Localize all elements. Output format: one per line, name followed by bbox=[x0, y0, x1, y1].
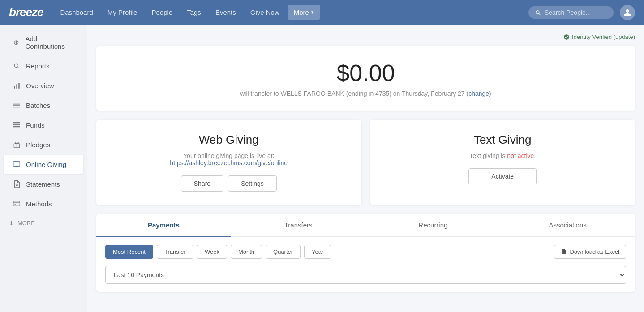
text-giving-title: Text Giving bbox=[379, 133, 627, 147]
svg-rect-5 bbox=[13, 103, 20, 103]
chart-icon bbox=[13, 81, 21, 90]
svg-rect-10 bbox=[13, 126, 20, 127]
layout: ⊕ Add Contributions Reports Overview bbox=[0, 25, 644, 312]
web-giving-buttons: Share Settings bbox=[105, 175, 352, 192]
settings-button[interactable]: Settings bbox=[228, 175, 277, 192]
web-giving-card: Web Giving Your online giving page is li… bbox=[96, 120, 361, 205]
activate-button[interactable]: Activate bbox=[468, 168, 537, 184]
sidebar: ⊕ Add Contributions Reports Overview bbox=[0, 25, 87, 312]
search-box[interactable] bbox=[528, 6, 614, 19]
filter-year[interactable]: Year bbox=[304, 245, 331, 259]
search-icon bbox=[13, 62, 21, 70]
logo: breeze bbox=[9, 5, 43, 19]
nav-give-now[interactable]: Give Now bbox=[244, 5, 286, 20]
nav-my-profile[interactable]: My Profile bbox=[101, 5, 144, 20]
funds-icon bbox=[13, 121, 21, 129]
sidebar-item-batches[interactable]: Batches bbox=[4, 96, 83, 115]
svg-rect-8 bbox=[13, 122, 20, 123]
check-circle-icon bbox=[563, 34, 570, 40]
web-giving-title: Web Giving bbox=[105, 133, 352, 147]
identity-bar: Identity Verified (update) bbox=[96, 34, 635, 42]
svg-point-0 bbox=[14, 64, 18, 67]
balance-description: will transfer to WELLS FARGO BANK (endin… bbox=[105, 90, 626, 97]
giving-row: Web Giving Your online giving page is li… bbox=[96, 120, 635, 205]
avatar[interactable] bbox=[620, 5, 635, 20]
sidebar-item-add-contributions[interactable]: ⊕ Add Contributions bbox=[4, 30, 83, 56]
svg-rect-7 bbox=[13, 107, 20, 107]
svg-rect-17 bbox=[13, 201, 20, 206]
sidebar-item-funds[interactable]: Funds bbox=[4, 115, 83, 134]
sidebar-item-online-giving[interactable]: Online Giving bbox=[4, 155, 83, 174]
text-giving-buttons: Activate bbox=[379, 168, 627, 184]
sidebar-item-pledges[interactable]: Pledges bbox=[4, 135, 83, 154]
document-icon bbox=[13, 180, 21, 188]
sidebar-item-reports[interactable]: Reports bbox=[4, 56, 83, 75]
tabs-body: Most Recent Transfer Week Month Quarter … bbox=[96, 237, 635, 292]
web-giving-url[interactable]: https://ashley.breezechms.com/give/onlin… bbox=[170, 159, 288, 167]
text-giving-description: Text giving is not active. bbox=[379, 152, 627, 159]
nav-dashboard[interactable]: Dashboard bbox=[54, 5, 99, 20]
navbar: breeze Dashboard My Profile People Tags … bbox=[0, 0, 644, 25]
filter-transfer[interactable]: Transfer bbox=[157, 245, 193, 259]
filter-month[interactable]: Month bbox=[231, 245, 262, 259]
balance-amount: $0.00 bbox=[105, 60, 626, 86]
sidebar-item-overview[interactable]: Overview bbox=[4, 76, 83, 95]
search-icon bbox=[535, 9, 541, 16]
svg-rect-12 bbox=[13, 162, 20, 166]
tab-recurring[interactable]: Recurring bbox=[366, 214, 501, 237]
svg-rect-6 bbox=[13, 105, 20, 106]
tab-associations[interactable]: Associations bbox=[500, 214, 635, 237]
payments-dropdown-row: Last 10 Payments bbox=[105, 266, 626, 284]
sidebar-item-statements[interactable]: Statements bbox=[4, 175, 83, 193]
tab-transfers[interactable]: Transfers bbox=[231, 214, 366, 237]
sidebar-more[interactable]: ⬇ MORE bbox=[0, 215, 87, 231]
excel-icon bbox=[561, 248, 567, 255]
nav-tags[interactable]: Tags bbox=[180, 5, 207, 20]
search-input[interactable] bbox=[545, 9, 607, 16]
caret-icon: ▾ bbox=[311, 9, 314, 15]
svg-rect-3 bbox=[16, 84, 17, 88]
filter-row: Most Recent Transfer Week Month Quarter … bbox=[105, 245, 626, 259]
tab-payments[interactable]: Payments bbox=[96, 214, 231, 237]
svg-rect-2 bbox=[14, 86, 15, 89]
main-content: Identity Verified (update) $0.00 will tr… bbox=[87, 25, 644, 312]
nav-more[interactable]: More ▾ bbox=[288, 5, 320, 20]
filter-quarter[interactable]: Quarter bbox=[266, 245, 301, 259]
filter-week[interactable]: Week bbox=[197, 245, 227, 259]
svg-rect-4 bbox=[18, 83, 20, 89]
share-button[interactable]: Share bbox=[181, 175, 223, 192]
svg-rect-9 bbox=[13, 124, 20, 125]
tabs-header: Payments Transfers Recurring Association… bbox=[96, 214, 635, 237]
plus-circle-icon: ⊕ bbox=[13, 38, 20, 47]
web-giving-description: Your online giving page is live at: http… bbox=[105, 152, 352, 167]
chevron-down-icon: ⬇ bbox=[9, 220, 14, 227]
nav-events[interactable]: Events bbox=[209, 5, 242, 20]
gift-icon bbox=[13, 141, 21, 149]
sidebar-item-methods[interactable]: Methods bbox=[4, 194, 83, 213]
tabs-card: Payments Transfers Recurring Association… bbox=[96, 214, 635, 292]
filter-most-recent[interactable]: Most Recent bbox=[105, 245, 153, 259]
excel-download-button[interactable]: Download as Excel bbox=[554, 245, 626, 259]
not-active-label: not active bbox=[507, 152, 534, 159]
credit-card-icon bbox=[13, 200, 21, 208]
payments-select[interactable]: Last 10 Payments bbox=[105, 266, 626, 284]
monitor-icon bbox=[13, 160, 21, 168]
nav-people[interactable]: People bbox=[145, 5, 179, 20]
balance-card: $0.00 will transfer to WELLS FARGO BANK … bbox=[96, 46, 635, 111]
batches-icon bbox=[13, 101, 21, 109]
text-giving-card: Text Giving Text giving is not active. A… bbox=[370, 120, 635, 205]
change-link[interactable]: change bbox=[468, 90, 489, 97]
svg-line-1 bbox=[18, 67, 19, 68]
